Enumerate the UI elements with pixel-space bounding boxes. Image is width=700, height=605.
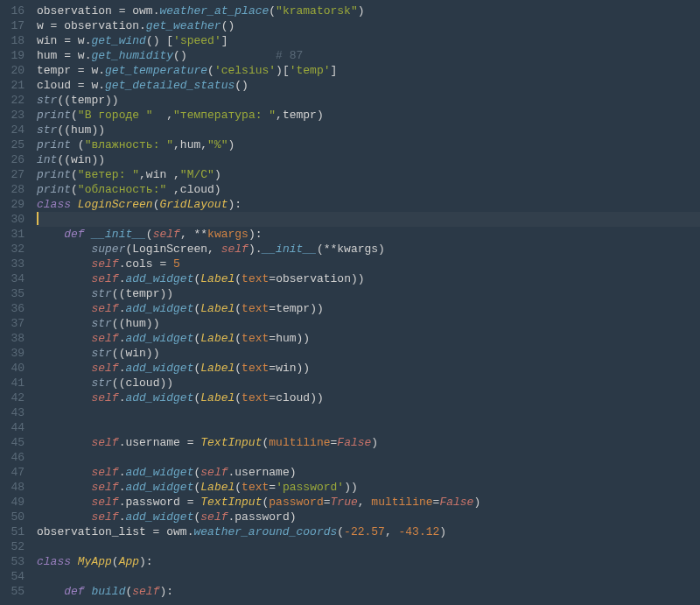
- code-line[interactable]: str((tempr)): [37, 286, 700, 301]
- code-token: (): [221, 19, 235, 32]
- code-line[interactable]: [37, 569, 700, 584]
- code-line[interactable]: self.add_widget(self.username): [37, 465, 700, 480]
- code-line[interactable]: w = observation.get_weather(): [37, 18, 700, 33]
- code-token: (: [234, 332, 242, 345]
- line-number: 30: [5, 212, 24, 227]
- line-number: 45: [5, 435, 24, 450]
- code-token: (: [112, 555, 119, 568]
- code-line[interactable]: str((hum)): [37, 316, 700, 331]
- line-number: 35: [5, 286, 24, 301]
- code-token: __init__: [262, 243, 316, 256]
- code-line[interactable]: observation = owm.weather_at_place("kram…: [37, 4, 700, 18]
- code-token: .username =: [119, 436, 201, 449]
- code-line[interactable]: class MyApp(App):: [37, 554, 700, 569]
- code-token: [37, 332, 91, 345]
- code-line[interactable]: str((tempr)): [37, 93, 700, 108]
- code-token: add_widget: [125, 332, 193, 345]
- code-token: 5: [173, 257, 180, 271]
- code-line[interactable]: tempr = w.get_temperature('celsius')['te…: [37, 63, 700, 78]
- code-token: ,cloud): [166, 183, 220, 196]
- code-line[interactable]: str((win)): [37, 346, 700, 361]
- code-line[interactable]: self.add_widget(Label(text=tempr)): [37, 301, 700, 316]
- code-token: (: [234, 391, 242, 405]
- code-line[interactable]: hum = w.get_humidity() # 87: [37, 48, 700, 63]
- code-token: 'temp': [290, 64, 331, 77]
- code-line[interactable]: print("обласность:" ,cloud): [37, 182, 700, 197]
- code-token: (**kwargs): [317, 243, 385, 256]
- code-line[interactable]: win = w.get_wind() ['speed']: [37, 33, 700, 48]
- code-line[interactable]: self.add_widget(Label(text='password')): [37, 480, 700, 495]
- code-area[interactable]: observation = owm.weather_at_place("kram…: [32, 0, 700, 605]
- code-token: (: [234, 481, 242, 494]
- code-token: print: [37, 183, 71, 196]
- line-number: 22: [5, 93, 24, 108]
- code-line[interactable]: [37, 405, 700, 420]
- code-line[interactable]: str((hum)): [37, 123, 700, 137]
- code-token: =cloud)): [269, 391, 323, 405]
- code-token: text: [242, 302, 269, 315]
- line-number: 42: [5, 390, 24, 405]
- code-token: [37, 302, 91, 315]
- code-line[interactable]: class LoginScreen(GridLayout):: [37, 197, 700, 212]
- code-token: =: [324, 496, 331, 509]
- code-line[interactable]: def __init__(self, **kwargs):: [37, 227, 700, 242]
- code-line[interactable]: [37, 539, 700, 554]
- code-line[interactable]: super(LoginScreen, self).__init__(**kwar…: [37, 242, 700, 257]
- code-line[interactable]: self.username = TextInput(multiline=Fals…: [37, 435, 700, 450]
- code-token: [37, 243, 91, 256]
- code-token: ((hum)): [112, 317, 160, 330]
- code-line[interactable]: print ("влажность: ",hum,"%"): [37, 137, 700, 152]
- code-token: [37, 376, 91, 390]
- code-line[interactable]: self.add_widget(Label(text=observation)): [37, 271, 700, 286]
- code-token: observation: [37, 4, 119, 18]
- code-token: multiline: [371, 496, 432, 509]
- code-token: str: [37, 123, 57, 137]
- code-line[interactable]: self.cols = 5: [37, 257, 700, 271]
- code-token: =: [78, 64, 85, 77]
- code-line[interactable]: [37, 212, 700, 227]
- code-token: int: [37, 153, 57, 166]
- line-number: 20: [5, 63, 24, 78]
- code-token: hum: [37, 49, 64, 62]
- code-token: self: [91, 362, 118, 375]
- code-token: [37, 317, 91, 330]
- code-line[interactable]: str((cloud)): [37, 376, 700, 390]
- code-line[interactable]: print("В городе " ,"температура: ",tempr…: [37, 108, 700, 123]
- code-token: get_weather: [146, 19, 221, 32]
- line-number: 44: [5, 420, 24, 435]
- code-token: =win)): [269, 362, 310, 375]
- code-token: w: [37, 19, 51, 32]
- code-token: def: [64, 585, 91, 598]
- code-line[interactable]: def build(self):: [37, 584, 700, 599]
- code-token: .: [139, 19, 146, 32]
- code-token: .username): [228, 466, 297, 479]
- code-editor[interactable]: 1617181920212223242526272829303132333435…: [0, 0, 700, 605]
- code-token: Label: [200, 481, 234, 494]
- code-token: ,hum,: [173, 138, 207, 151]
- code-token: TextInput: [200, 496, 262, 509]
- code-line[interactable]: observation_list = owm.weather_around_co…: [37, 524, 700, 539]
- line-number: 19: [5, 48, 24, 63]
- code-token: ,tempr): [276, 109, 324, 122]
- code-line[interactable]: int((win)): [37, 152, 700, 167]
- code-line[interactable]: [37, 450, 700, 465]
- code-token: self: [132, 585, 159, 598]
- code-line[interactable]: self.add_widget(self.password): [37, 510, 700, 524]
- code-token: [37, 287, 91, 300]
- code-line[interactable]: self.password = TextInput(password=True,…: [37, 495, 700, 510]
- code-line[interactable]: print("ветер: ",win ,"M/C"): [37, 167, 700, 182]
- code-line[interactable]: self.add_widget(Label(text=win)): [37, 361, 700, 376]
- code-line[interactable]: self.add_widget(Label(text=hum)): [37, 331, 700, 346]
- code-token: (: [71, 183, 78, 196]
- code-token: class: [37, 198, 78, 211]
- code-token: =tempr)): [269, 302, 323, 315]
- code-line[interactable]: cloud = w.get_detailed_status(): [37, 78, 700, 93]
- code-token: (: [146, 228, 153, 241]
- line-number: 52: [5, 539, 24, 554]
- code-token: .password): [228, 510, 297, 524]
- code-line[interactable]: [37, 420, 700, 435]
- line-number: 34: [5, 271, 24, 286]
- line-number: 53: [5, 554, 24, 569]
- code-token: ,: [166, 109, 173, 122]
- code-line[interactable]: self.add_widget(Label(text=cloud)): [37, 390, 700, 405]
